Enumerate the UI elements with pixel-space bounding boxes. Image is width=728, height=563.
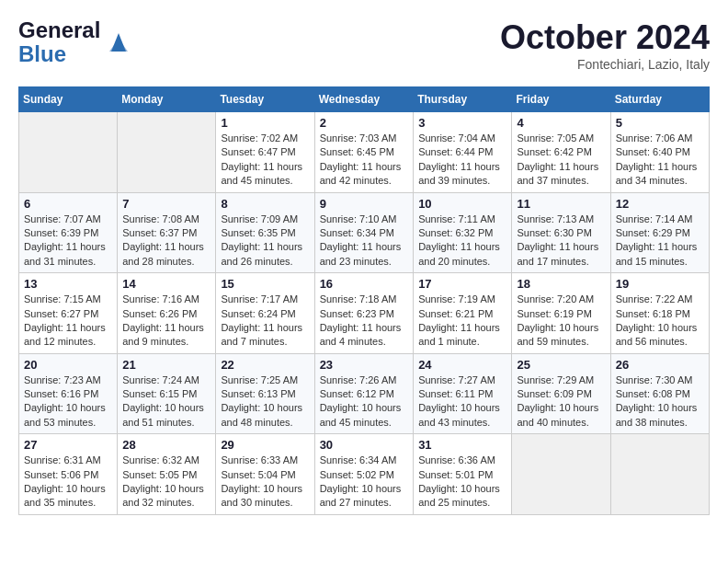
calendar-cell [118,112,216,193]
calendar-cell: 27Sunrise: 6:31 AM Sunset: 5:06 PM Dayli… [19,434,118,515]
calendar-week-3: 13Sunrise: 7:15 AM Sunset: 6:27 PM Dayli… [19,273,710,354]
calendar-cell: 8Sunrise: 7:09 AM Sunset: 6:35 PM Daylig… [216,192,314,273]
day-info: Sunrise: 7:06 AM Sunset: 6:40 PM Dayligh… [616,132,704,189]
day-number: 4 [517,116,605,130]
day-number: 13 [24,277,112,291]
month-title: October 2024 [500,18,710,57]
day-info: Sunrise: 7:09 AM Sunset: 6:35 PM Dayligh… [221,213,309,270]
calendar-cell: 12Sunrise: 7:14 AM Sunset: 6:29 PM Dayli… [610,192,709,273]
column-header-wednesday: Wednesday [314,87,414,112]
day-number: 1 [221,116,309,130]
logo-blue: Blue [18,41,66,66]
day-number: 31 [418,438,506,452]
calendar-cell: 7Sunrise: 7:08 AM Sunset: 6:37 PM Daylig… [118,192,216,273]
calendar-cell: 13Sunrise: 7:15 AM Sunset: 6:27 PM Dayli… [19,273,118,354]
calendar-cell: 19Sunrise: 7:22 AM Sunset: 6:18 PM Dayli… [610,273,709,354]
day-info: Sunrise: 6:31 AM Sunset: 5:06 PM Dayligh… [24,454,112,511]
day-number: 8 [221,197,309,211]
day-info: Sunrise: 6:36 AM Sunset: 5:01 PM Dayligh… [418,454,506,511]
day-info: Sunrise: 7:11 AM Sunset: 6:32 PM Dayligh… [418,213,506,270]
calendar-cell [610,434,709,515]
calendar-cell: 29Sunrise: 6:33 AM Sunset: 5:04 PM Dayli… [216,434,314,515]
calendar-cell: 2Sunrise: 7:03 AM Sunset: 6:45 PM Daylig… [314,112,414,193]
day-info: Sunrise: 7:22 AM Sunset: 6:18 PM Dayligh… [616,293,704,350]
calendar-cell: 21Sunrise: 7:24 AM Sunset: 6:15 PM Dayli… [118,353,216,434]
calendar-cell: 11Sunrise: 7:13 AM Sunset: 6:30 PM Dayli… [512,192,610,273]
calendar-body: 1Sunrise: 7:02 AM Sunset: 6:47 PM Daylig… [19,112,710,515]
calendar-table: SundayMondayTuesdayWednesdayThursdayFrid… [18,86,710,515]
calendar-week-2: 6Sunrise: 7:07 AM Sunset: 6:39 PM Daylig… [19,192,710,273]
calendar-cell: 16Sunrise: 7:18 AM Sunset: 6:23 PM Dayli… [314,273,414,354]
calendar-cell: 3Sunrise: 7:04 AM Sunset: 6:44 PM Daylig… [414,112,512,193]
calendar-header: SundayMondayTuesdayWednesdayThursdayFrid… [19,87,710,112]
day-number: 28 [122,438,210,452]
column-header-saturday: Saturday [610,87,709,112]
header-row: SundayMondayTuesdayWednesdayThursdayFrid… [19,87,710,112]
day-number: 26 [616,358,704,372]
day-info: Sunrise: 7:20 AM Sunset: 6:19 PM Dayligh… [517,293,605,350]
day-number: 25 [517,358,605,372]
day-info: Sunrise: 7:26 AM Sunset: 6:12 PM Dayligh… [320,373,409,431]
calendar-cell: 20Sunrise: 7:23 AM Sunset: 6:16 PM Dayli… [19,353,118,434]
calendar-cell: 17Sunrise: 7:19 AM Sunset: 6:21 PM Dayli… [414,273,512,354]
day-number: 7 [122,197,210,211]
calendar-cell: 30Sunrise: 6:34 AM Sunset: 5:02 PM Dayli… [314,434,414,515]
day-number: 5 [616,116,704,130]
day-info: Sunrise: 7:29 AM Sunset: 6:09 PM Dayligh… [517,373,605,431]
day-number: 30 [320,438,409,452]
title-block: October 2024 Fontechiari, Lazio, Italy [500,18,710,72]
day-number: 14 [122,277,210,291]
day-info: Sunrise: 7:17 AM Sunset: 6:24 PM Dayligh… [221,293,309,350]
calendar-cell: 10Sunrise: 7:11 AM Sunset: 6:32 PM Dayli… [414,192,512,273]
calendar-cell: 31Sunrise: 6:36 AM Sunset: 5:01 PM Dayli… [414,434,512,515]
column-header-tuesday: Tuesday [216,87,314,112]
day-number: 17 [418,277,506,291]
day-number: 16 [320,277,409,291]
day-number: 19 [616,277,704,291]
calendar-week-1: 1Sunrise: 7:02 AM Sunset: 6:47 PM Daylig… [19,112,710,193]
column-header-monday: Monday [118,87,216,112]
calendar-cell: 5Sunrise: 7:06 AM Sunset: 6:40 PM Daylig… [610,112,709,193]
calendar-cell: 28Sunrise: 6:32 AM Sunset: 5:05 PM Dayli… [118,434,216,515]
calendar-cell: 25Sunrise: 7:29 AM Sunset: 6:09 PM Dayli… [512,353,610,434]
calendar-week-5: 27Sunrise: 6:31 AM Sunset: 5:06 PM Dayli… [19,434,710,515]
logo: General Blue [18,18,133,67]
calendar-cell: 1Sunrise: 7:02 AM Sunset: 6:47 PM Daylig… [216,112,314,193]
day-number: 3 [418,116,506,130]
day-info: Sunrise: 7:05 AM Sunset: 6:42 PM Dayligh… [517,132,605,189]
logo-icon [104,28,133,57]
calendar-cell [512,434,610,515]
day-info: Sunrise: 7:04 AM Sunset: 6:44 PM Dayligh… [418,132,506,189]
day-info: Sunrise: 7:03 AM Sunset: 6:45 PM Dayligh… [320,132,409,189]
calendar-cell [19,112,118,193]
day-info: Sunrise: 6:32 AM Sunset: 5:05 PM Dayligh… [122,454,210,511]
day-info: Sunrise: 7:07 AM Sunset: 6:39 PM Dayligh… [24,213,112,270]
day-number: 15 [221,277,309,291]
day-info: Sunrise: 7:24 AM Sunset: 6:15 PM Dayligh… [122,373,210,431]
day-number: 11 [517,197,605,211]
day-number: 29 [221,438,309,452]
day-number: 10 [418,197,506,211]
day-info: Sunrise: 7:30 AM Sunset: 6:08 PM Dayligh… [616,373,704,431]
column-header-sunday: Sunday [19,87,118,112]
day-number: 23 [320,358,409,372]
logo-general: General [18,17,100,42]
calendar-cell: 22Sunrise: 7:25 AM Sunset: 6:13 PM Dayli… [216,353,314,434]
day-number: 21 [122,358,210,372]
day-info: Sunrise: 7:10 AM Sunset: 6:34 PM Dayligh… [320,213,409,270]
calendar-cell: 18Sunrise: 7:20 AM Sunset: 6:19 PM Dayli… [512,273,610,354]
day-info: Sunrise: 7:27 AM Sunset: 6:11 PM Dayligh… [418,373,506,431]
calendar-cell: 15Sunrise: 7:17 AM Sunset: 6:24 PM Dayli… [216,273,314,354]
day-number: 2 [320,116,409,130]
calendar-cell: 4Sunrise: 7:05 AM Sunset: 6:42 PM Daylig… [512,112,610,193]
day-number: 20 [24,358,112,372]
day-info: Sunrise: 6:34 AM Sunset: 5:02 PM Dayligh… [320,454,409,511]
calendar-week-4: 20Sunrise: 7:23 AM Sunset: 6:16 PM Dayli… [19,353,710,434]
column-header-friday: Friday [512,87,610,112]
calendar-cell: 14Sunrise: 7:16 AM Sunset: 6:26 PM Dayli… [118,273,216,354]
calendar-cell: 6Sunrise: 7:07 AM Sunset: 6:39 PM Daylig… [19,192,118,273]
calendar-cell: 23Sunrise: 7:26 AM Sunset: 6:12 PM Dayli… [314,353,414,434]
day-info: Sunrise: 7:08 AM Sunset: 6:37 PM Dayligh… [122,213,210,270]
day-info: Sunrise: 7:25 AM Sunset: 6:13 PM Dayligh… [221,373,309,431]
page-header: General Blue October 2024 Fontechiari, L… [18,18,710,72]
